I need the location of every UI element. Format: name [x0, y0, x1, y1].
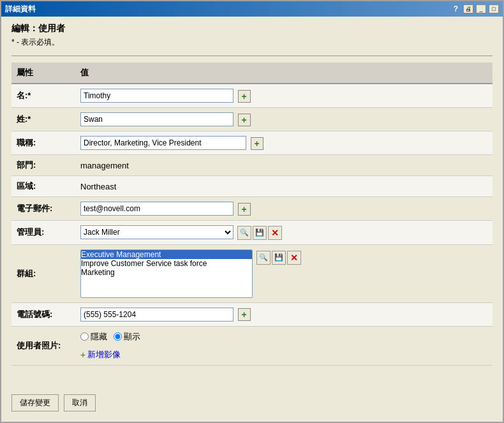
- add-image-text: 新增影像: [87, 349, 121, 360]
- print-button[interactable]: 🖨: [463, 4, 473, 13]
- groups-cell: Executive Management Improve Customer Se…: [75, 244, 493, 302]
- table-row: 電子郵件: +: [11, 197, 493, 221]
- last-name-add-icon: +: [242, 115, 247, 125]
- first-name-add-button[interactable]: +: [238, 90, 251, 103]
- title-cell: +: [75, 131, 493, 155]
- group-delete-button[interactable]: ✕: [287, 251, 301, 265]
- title-add-button[interactable]: +: [251, 137, 263, 150]
- group-save-button[interactable]: 💾: [272, 251, 286, 265]
- main-window: 詳細資料 ? 🖨 _ □ 編輯：使用者 * - 表示必填。 屬性 值 名:*: [0, 0, 504, 423]
- title-input[interactable]: [80, 136, 246, 150]
- region-text: Northeast: [80, 182, 116, 191]
- manager-save-icon: 💾: [255, 228, 264, 237]
- list-item: Marketing: [81, 268, 252, 277]
- table-header-row: 屬性 值: [11, 63, 493, 84]
- add-image-container: + 新增影像: [80, 349, 487, 360]
- first-name-input[interactable]: [80, 89, 233, 103]
- phone-cell: +: [75, 302, 493, 326]
- manager-save-button[interactable]: 💾: [253, 226, 267, 240]
- group-delete-icon: ✕: [290, 253, 298, 263]
- region-value: Northeast: [75, 176, 493, 197]
- table-row: 群組: Executive Management Improve Custome…: [11, 244, 493, 302]
- restore-button[interactable]: □: [489, 4, 499, 13]
- group-save-icon: 💾: [274, 253, 283, 262]
- help-icon[interactable]: ?: [454, 4, 458, 13]
- manager-delete-icon: ✕: [271, 228, 279, 238]
- form-content: 編輯：使用者 * - 表示必填。 屬性 值 名:* + 姓:*: [1, 17, 503, 388]
- table-row: 職稱: +: [11, 131, 493, 155]
- title-bar: 詳細資料 ? 🖨 _ □: [1, 1, 503, 17]
- title-add-icon: +: [255, 138, 260, 149]
- phone-add-icon: +: [242, 309, 247, 320]
- list-item: Executive Management: [81, 250, 252, 259]
- table-row: 使用者照片: 隱藏 顯示 +: [11, 326, 493, 365]
- manager-select[interactable]: Jack Miller: [80, 225, 233, 239]
- group-controls: 🔍 💾 ✕: [255, 251, 301, 265]
- page-title: 編輯：使用者: [11, 23, 493, 34]
- last-name-label: 姓:*: [11, 108, 75, 131]
- table-row: 部門: management: [11, 155, 493, 176]
- phone-input[interactable]: [80, 308, 233, 322]
- email-label: 電子郵件:: [11, 197, 75, 221]
- col-value-header: 值: [75, 63, 493, 84]
- manager-controls: 🔍 💾 ✕: [236, 226, 282, 240]
- form-table: 屬性 值 名:* + 姓:* +: [11, 63, 493, 366]
- hide-radio[interactable]: [80, 332, 89, 341]
- show-radio[interactable]: [114, 332, 122, 341]
- minimize-button[interactable]: _: [476, 4, 486, 13]
- last-name-input[interactable]: [80, 112, 233, 126]
- user-photo-cell: 隱藏 顯示 + 新增影像: [75, 326, 493, 365]
- email-add-button[interactable]: +: [238, 203, 251, 216]
- footer-buttons: 儲存變更 取消: [1, 388, 503, 422]
- table-row: 名:* +: [11, 84, 493, 108]
- first-name-cell: +: [75, 84, 493, 108]
- email-input[interactable]: [80, 202, 233, 216]
- table-row: 姓:* +: [11, 108, 493, 131]
- hide-radio-label[interactable]: 隱藏: [80, 331, 107, 343]
- table-row: 區域: Northeast: [11, 176, 493, 197]
- department-text: management: [80, 161, 129, 170]
- table-row: 電話號碼: +: [11, 302, 493, 326]
- phone-label: 電話號碼:: [11, 302, 75, 326]
- title-label: 職稱:: [11, 131, 75, 155]
- manager-search-button[interactable]: 🔍: [237, 226, 251, 240]
- window-controls: ? 🖨 _ □: [454, 4, 499, 13]
- group-search-icon: 🔍: [259, 253, 268, 262]
- group-search-button[interactable]: 🔍: [256, 251, 271, 265]
- hide-radio-text: 隱藏: [91, 331, 107, 343]
- last-name-add-button[interactable]: +: [238, 114, 251, 126]
- add-image-plus-icon: +: [80, 350, 85, 360]
- manager-search-icon: 🔍: [240, 228, 249, 237]
- divider: [11, 56, 493, 56]
- last-name-cell: +: [75, 108, 493, 131]
- show-radio-label[interactable]: 顯示: [114, 331, 140, 343]
- manager-delete-button[interactable]: ✕: [268, 226, 282, 240]
- save-button[interactable]: 儲存變更: [11, 394, 59, 412]
- first-name-label: 名:*: [11, 84, 75, 108]
- user-photo-label: 使用者照片:: [11, 326, 75, 365]
- phone-add-button[interactable]: +: [238, 308, 251, 321]
- first-name-add-icon: +: [242, 91, 247, 101]
- email-cell: +: [75, 197, 493, 221]
- cancel-button[interactable]: 取消: [64, 394, 96, 412]
- groups-listbox[interactable]: Executive Management Improve Customer Se…: [80, 249, 253, 298]
- groups-label: 群組:: [11, 244, 75, 302]
- photo-radio-group: 隱藏 顯示: [80, 331, 487, 343]
- add-image-link[interactable]: + 新增影像: [80, 349, 487, 360]
- manager-label: 管理員:: [11, 221, 75, 245]
- window-title: 詳細資料: [5, 4, 36, 15]
- region-label: 區域:: [11, 176, 75, 197]
- show-radio-text: 顯示: [124, 331, 140, 343]
- list-item: Improve Customer Service task force: [81, 259, 252, 268]
- email-add-icon: +: [242, 204, 247, 214]
- manager-cell: Jack Miller 🔍 💾 ✕: [75, 221, 493, 245]
- required-note: * - 表示必填。: [11, 37, 493, 48]
- department-label: 部門:: [11, 155, 75, 176]
- department-value: management: [75, 155, 493, 176]
- table-row: 管理員: Jack Miller 🔍 💾 ✕: [11, 221, 493, 245]
- col-property-header: 屬性: [11, 63, 75, 84]
